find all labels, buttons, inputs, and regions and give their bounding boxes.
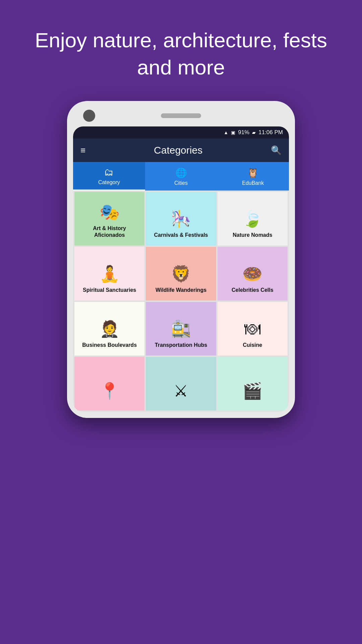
app-bar: ≡ Categories 🔍 [73, 139, 289, 162]
tab-category-label: Category [98, 179, 120, 185]
business-label: Business Boulevards [82, 342, 137, 349]
category-business[interactable]: 🤵 Business Boulevards [74, 302, 144, 356]
category-spiritual[interactable]: 🧘 Spiritual Sanctuaries [74, 247, 144, 301]
front-camera [83, 110, 95, 122]
phone-screen: 91% 11:06 PM ≡ Categories 🔍 🗂 Category 🌐… [73, 126, 289, 412]
wildlife-label: Wildlife Wanderings [156, 287, 206, 294]
search-button[interactable]: 🔍 [271, 145, 282, 156]
nature-icon: 🍃 [242, 211, 262, 227]
row4-3-icon: 🎬 [242, 383, 262, 399]
app-title: Categories [92, 145, 264, 156]
category-tab-icon: 🗂 [104, 167, 114, 178]
category-wildlife[interactable]: 🦁 Wildlife Wanderings [146, 247, 216, 301]
celebrities-icon: 🍩 [242, 266, 262, 282]
business-icon: 🤵 [100, 321, 120, 337]
phone-device: 91% 11:06 PM ≡ Categories 🔍 🗂 Category 🌐… [67, 101, 295, 418]
transportation-icon: 🚉 [171, 321, 191, 337]
category-row4-1[interactable]: 📍 [74, 357, 144, 411]
tab-edubank-label: EduBank [242, 180, 264, 186]
signal-icon [231, 129, 235, 136]
phone-speaker [161, 113, 201, 118]
category-celebrities[interactable]: 🍩 Celebrities Cells [218, 247, 288, 301]
category-row4-3[interactable]: 🎬 [218, 357, 288, 411]
edubank-tab-icon: 🦉 [247, 167, 259, 178]
row4-2-icon: ⚔ [174, 383, 188, 399]
tab-edubank[interactable]: 🦉 EduBank [217, 163, 289, 190]
nature-label: Nature Nomads [233, 232, 272, 239]
art-history-icon: 🎭 [100, 204, 120, 220]
category-nature[interactable]: 🍃 Nature Nomads [218, 192, 288, 246]
tab-cities[interactable]: 🌐 Cities [145, 163, 217, 190]
category-row4-2[interactable]: ⚔ [146, 357, 216, 411]
status-bar: 91% 11:06 PM [73, 126, 289, 139]
hero-text: Enjoy nature, architecture, fests and mo… [0, 0, 362, 101]
category-transportation[interactable]: 🚉 Transportation Hubs [146, 302, 216, 356]
wifi-icon [224, 129, 228, 136]
spiritual-icon: 🧘 [100, 266, 120, 282]
category-cuisine[interactable]: 🍽 Cuisine [218, 302, 288, 356]
cuisine-icon: 🍽 [244, 321, 260, 337]
phone-top-chrome [73, 107, 289, 126]
categories-grid: 🎭 Art & History Aficionados 🎠 Carnivals … [73, 191, 289, 412]
cities-tab-icon: 🌐 [175, 167, 187, 178]
carnivals-icon: 🎠 [171, 211, 191, 227]
art-history-label: Art & History Aficionados [78, 225, 140, 239]
clock: 11:06 PM [258, 129, 283, 136]
category-carnivals[interactable]: 🎠 Carnivals & Festivals [146, 192, 216, 246]
transportation-label: Transportation Hubs [155, 342, 207, 349]
tab-bar: 🗂 Category 🌐 Cities 🦉 EduBank [73, 162, 289, 191]
wildlife-icon: 🦁 [171, 266, 191, 282]
category-art-history[interactable]: 🎭 Art & History Aficionados [74, 192, 144, 246]
celebrities-label: Celebrities Cells [232, 287, 274, 294]
battery-icon [252, 129, 256, 136]
cuisine-label: Cuisine [243, 342, 262, 349]
row4-1-icon: 📍 [100, 383, 120, 399]
tab-cities-label: Cities [174, 180, 188, 186]
spiritual-label: Spiritual Sanctuaries [83, 287, 136, 294]
menu-icon[interactable]: ≡ [80, 145, 85, 156]
carnivals-label: Carnivals & Festivals [154, 232, 208, 239]
battery-percent: 91% [238, 129, 249, 136]
tab-category[interactable]: 🗂 Category [73, 162, 145, 191]
